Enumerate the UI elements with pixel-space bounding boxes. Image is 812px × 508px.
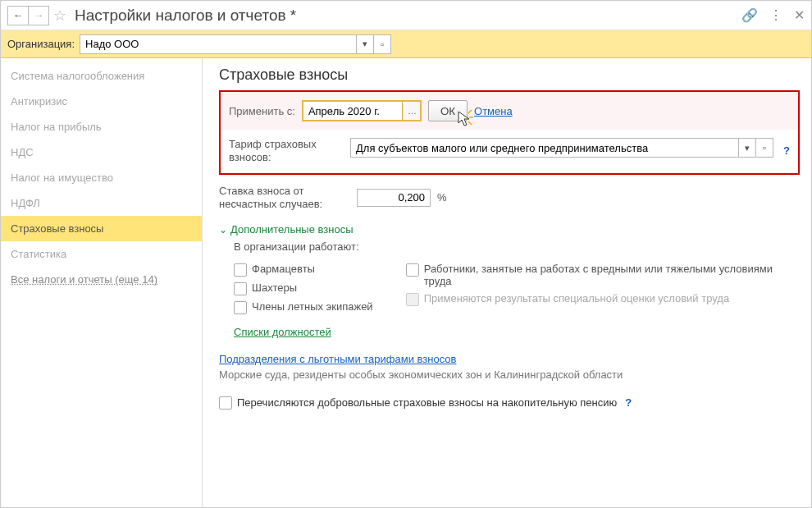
accident-rate-input[interactable] xyxy=(357,189,431,207)
checkbox-pharmacists[interactable] xyxy=(234,263,247,277)
sidebar-item-property-tax[interactable]: Налог на имущество xyxy=(1,165,202,190)
checkbox-voluntary-pension[interactable] xyxy=(219,396,232,410)
tariff-dropdown-icon[interactable]: ▾ xyxy=(738,138,756,158)
sidebar-item-profit-tax[interactable]: Налог на прибыль xyxy=(1,114,202,140)
sidebar-item-statistics[interactable]: Статистика xyxy=(1,241,202,267)
kebab-menu-icon[interactable]: ⋮ xyxy=(769,7,782,23)
apply-date-field[interactable]: … xyxy=(302,100,422,121)
tariff-open-icon[interactable]: ▫ xyxy=(755,138,773,158)
divisions-note: Морские суда, резиденты особых экономиче… xyxy=(219,368,800,381)
label-voluntary-pension: Перечисляются добровольные страховые взн… xyxy=(237,396,617,409)
sidebar: Система налогообложения Антикризис Налог… xyxy=(1,58,203,508)
apply-cancel-link[interactable]: Отмена xyxy=(474,105,513,117)
favorite-star-icon[interactable]: ☆ xyxy=(53,7,66,25)
label-miners: Шахтеры xyxy=(252,281,297,294)
extra-contributions-label: Дополнительные взносы xyxy=(230,223,354,236)
checkbox-flight-crew[interactable] xyxy=(234,301,247,314)
tariff-label: Тариф страховых взносов: xyxy=(229,138,344,163)
organization-label: Организация: xyxy=(7,38,75,50)
checkbox-special-assessment xyxy=(406,293,419,306)
positions-list-link[interactable]: Списки должностей xyxy=(234,326,331,338)
accident-rate-label: Ставка взноса от несчастных случаев: xyxy=(219,185,350,210)
apply-date-input[interactable] xyxy=(303,102,402,120)
label-special-assessment: Применяются результаты специальной оценк… xyxy=(424,292,729,304)
link-icon[interactable]: 🔗 xyxy=(741,7,758,23)
tariff-input[interactable] xyxy=(350,138,739,158)
label-pharmacists: Фармацевты xyxy=(252,263,315,275)
svg-line-1 xyxy=(468,110,472,113)
sidebar-item-anticrisis[interactable]: Антикризис xyxy=(1,89,202,114)
tariff-row: Тариф страховых взносов: ▾ ▫ ? xyxy=(221,130,798,173)
apply-from-label: Применить с: xyxy=(229,105,295,117)
close-icon[interactable]: ✕ xyxy=(794,7,805,23)
checkbox-hazardous-work[interactable] xyxy=(406,263,419,277)
organization-input[interactable] xyxy=(80,34,357,54)
apply-from-row: Применить с: … ОК Отмена xyxy=(221,92,798,130)
sidebar-item-vat[interactable]: НДС xyxy=(1,140,202,165)
nav-back-button[interactable]: ← xyxy=(7,6,29,25)
tariff-field[interactable]: ▾ ▫ xyxy=(350,138,773,158)
sidebar-item-tax-system[interactable]: Система налогообложения xyxy=(1,63,202,89)
label-hazardous-work: Работники, занятые на работах с вредными… xyxy=(424,263,800,287)
percent-label: % xyxy=(437,191,447,204)
apply-ok-button[interactable]: ОК xyxy=(428,100,468,121)
sidebar-item-insurance[interactable]: Страховые взносы xyxy=(1,216,202,241)
nav-forward-button[interactable]: → xyxy=(28,6,49,25)
apply-date-picker-button[interactable]: … xyxy=(402,102,420,120)
workers-subtitle: В организации работают: xyxy=(234,240,800,253)
checkbox-miners[interactable] xyxy=(234,282,247,295)
organization-field[interactable]: ▾ ▫ xyxy=(80,34,391,54)
organization-bar: Организация: ▾ ▫ xyxy=(1,30,811,58)
page-heading: Страховые взносы xyxy=(219,66,800,84)
pension-help-icon[interactable]: ? xyxy=(625,396,632,409)
extra-contributions-toggle[interactable]: ⌄ Дополнительные взносы xyxy=(219,223,354,236)
window-title: Настройки налогов и отчетов * xyxy=(75,7,296,25)
organization-open-icon[interactable]: ▫ xyxy=(373,34,391,54)
sidebar-item-ndfl[interactable]: НДФЛ xyxy=(1,190,202,216)
organization-dropdown-icon[interactable]: ▾ xyxy=(356,34,374,54)
sidebar-more-link[interactable]: Все налоги и отчеты (еще 14) xyxy=(1,267,202,292)
divisions-link[interactable]: Подразделения с льготными тарифами взнос… xyxy=(219,353,457,365)
chevron-down-icon: ⌄ xyxy=(219,224,227,236)
label-flight-crew: Члены летных экипажей xyxy=(252,300,373,313)
titlebar: ← → ☆ Настройки налогов и отчетов * 🔗 ⋮ … xyxy=(1,1,811,30)
main-panel: Страховые взносы Применить с: … ОК Отмен… xyxy=(203,58,811,508)
tariff-help-icon[interactable]: ? xyxy=(783,144,790,157)
accident-rate-row: Ставка взноса от несчастных случаев: % xyxy=(219,185,800,210)
svg-line-3 xyxy=(468,121,472,125)
highlighted-settings-block: Применить с: … ОК Отмена xyxy=(219,90,800,175)
